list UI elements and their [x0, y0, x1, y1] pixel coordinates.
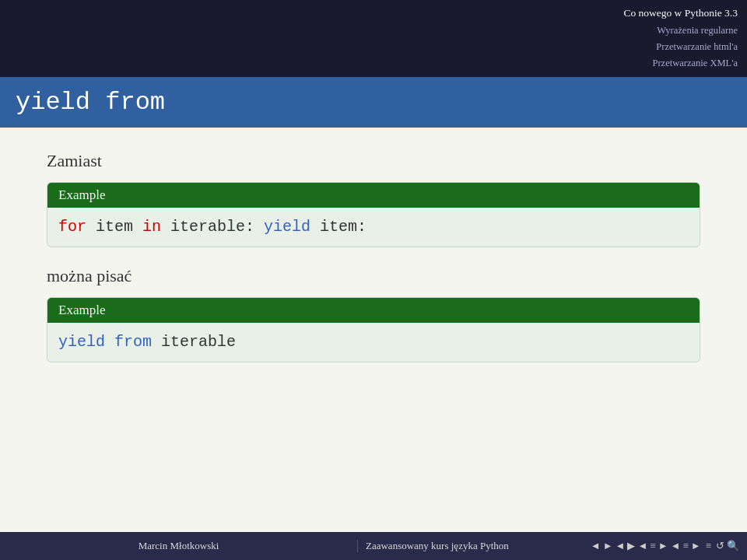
code-text-item2: item: [310, 218, 366, 236]
nav-item-1: Przetwarzanie html'a [623, 39, 738, 55]
nav-item-2: Przetwarzanie XML'a [623, 55, 738, 72]
footer-nav-icons[interactable]: ◄ ► ◄ ▶ ◄ ≡ ► ◄ ≡ ► ≡ ↺ 🔍 [591, 540, 739, 552]
code-block-2: Example yield from iterable [47, 297, 700, 362]
code-text-item1: item [86, 218, 142, 236]
nav-next4-icon[interactable]: ► [691, 540, 701, 552]
keyword-in: in [142, 218, 161, 236]
nav-prev4-icon[interactable]: ◄ [671, 540, 681, 552]
nav-prev-icon[interactable]: ◄ [591, 540, 601, 552]
code-block-1: Example for item in iterable: yield item… [47, 182, 700, 247]
mozna-label: można pisać [47, 266, 700, 286]
nav-title: Co nowego w Pythonie 3.3 [623, 5, 738, 23]
keyword-from: from [105, 333, 152, 351]
code-block-1-body: for item in iterable: yield item: [47, 208, 700, 247]
nav-prev3-icon[interactable]: ◄ [637, 540, 647, 552]
code-block-1-header: Example [47, 183, 700, 208]
nav-next-icon[interactable]: ► [603, 540, 613, 552]
code-block-2-body: yield from iterable [47, 323, 700, 362]
top-header: Co nowego w Pythonie 3.3 Wyrażenia regul… [0, 0, 747, 77]
title-bar: yield from [0, 77, 747, 128]
nav-zoom-icon[interactable]: 🔍 [727, 540, 739, 552]
code-text-iterable: iterable: [161, 218, 264, 236]
top-nav: Co nowego w Pythonie 3.3 Wyrażenia regul… [623, 5, 738, 72]
code-block-2-header: Example [47, 298, 700, 323]
keyword-yield-2: yield [58, 333, 105, 351]
zamiast-label: Zamiast [47, 151, 700, 171]
footer-right: Zaawansowany kurs języka Python ◄ ► ◄ ▶ … [358, 540, 747, 552]
footer-bar: Marcin Młotkowski Zaawansowany kurs języ… [0, 532, 747, 560]
nav-next2-icon[interactable]: ▶ [627, 540, 635, 552]
footer-author: Marcin Młotkowski [0, 540, 358, 552]
nav-reset-icon[interactable]: ↺ [716, 540, 724, 552]
code-text-iterable2: iterable [152, 333, 236, 351]
main-content: Zamiast Example for item in iterable: yi… [0, 128, 747, 532]
slide-title: yield from [16, 88, 165, 117]
nav-menu3-icon[interactable]: ≡ [706, 540, 711, 552]
keyword-for: for [58, 218, 86, 236]
nav-menu-icon[interactable]: ≡ [650, 540, 655, 552]
keyword-yield: yield [264, 218, 310, 236]
nav-menu2-icon[interactable]: ≡ [682, 540, 688, 552]
nav-prev2-icon[interactable]: ◄ [615, 540, 626, 552]
nav-next3-icon[interactable]: ► [658, 540, 668, 552]
nav-item-0: Wyrażenia regularne [623, 23, 738, 39]
footer-course: Zaawansowany kurs języka Python [366, 540, 509, 552]
